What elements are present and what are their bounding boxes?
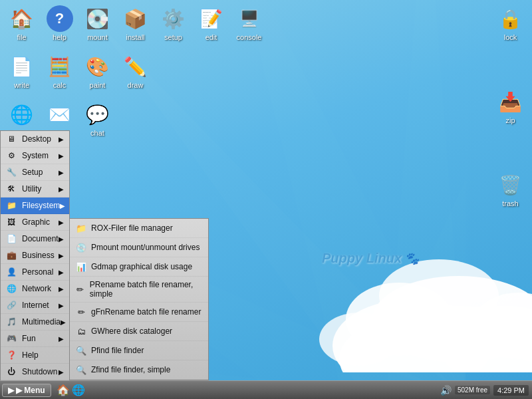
icon-zip[interactable]: 📥 zip [492, 86, 529, 126]
document-arrow-icon: ▶ [59, 235, 64, 243]
taskbar-file-icon[interactable]: 🏠 [57, 384, 70, 396]
menu-item-document[interactable]: 📄 Document ▶ [1, 231, 69, 247]
icon-setup[interactable]: ⚙️ setup [155, 3, 192, 43]
menu-item-internet[interactable]: 🔗 Internet ▶ [1, 297, 69, 314]
application-menu: 🖥 Desktop ▶ ⚙ System ▶ 🔧 Setup ▶ 🛠 Utili… [0, 130, 70, 380]
menu-item-shutdown[interactable]: ⏻ Shutdown ▶ [1, 364, 69, 380]
chat-label: chat [90, 129, 104, 137]
submenu-pmount[interactable]: 💿 Pmount mount/unmount drives [70, 238, 208, 257]
browse-icon: 🌐 [9, 101, 35, 128]
filesystem-submenu: 📁 ROX-Filer file manager 💿 Pmount mount/… [69, 218, 209, 380]
icon-mount[interactable]: 💽 mount [79, 3, 116, 43]
taskbar: ▶ ▶ Menu 🏠 🌐 🔊 502M free 4:29 PM [0, 380, 532, 399]
network-menu-icon: 🌐 [6, 283, 17, 294]
personal-arrow-icon: ▶ [59, 269, 64, 276]
submenu-gfnrename[interactable]: ✏ gFnRename batch file renamer [70, 303, 208, 322]
svg-point-7 [319, 313, 399, 366]
icon-draw[interactable]: ✏️ draw [117, 51, 154, 91]
draw-icon: ✏️ [122, 53, 149, 80]
icon-file[interactable]: 🏠 file [3, 3, 40, 43]
multimedia-arrow-icon: ▶ [61, 319, 66, 326]
internet-menu-label: Internet [22, 301, 49, 310]
pfind-label: Pfind file finder [91, 346, 144, 355]
business-menu-label: Business [22, 251, 55, 260]
shutdown-menu-label: Shutdown [22, 367, 57, 376]
volume-icon[interactable]: 🔊 [440, 385, 452, 396]
icon-trash[interactable]: 🗑️ trash [492, 170, 529, 209]
menu-item-personal[interactable]: 👤 Personal ▶ [1, 264, 69, 281]
system-menu-icon: ⚙ [6, 150, 17, 161]
gdmap-icon: 📊 [75, 261, 87, 273]
submenu-gdmap[interactable]: 📊 Gdmap graphical disk usage [70, 257, 208, 277]
document-menu-label: Document [22, 234, 59, 243]
trash-label: trash [502, 200, 518, 207]
help-icon: ? [47, 5, 73, 32]
desktop-menu-label: Desktop [22, 134, 51, 144]
icon-edit[interactable]: 📝 edit [193, 3, 229, 43]
fun-menu-icon: 🎮 [6, 333, 17, 344]
pfind-icon: 🔍 [75, 344, 87, 356]
menu-item-fun[interactable]: 🎮 Fun ▶ [1, 331, 69, 347]
menu-item-help[interactable]: ❓ Help [1, 347, 69, 364]
install-label: install [126, 33, 144, 41]
trash-icon: 🗑️ [497, 172, 524, 198]
fun-menu-label: Fun [22, 334, 36, 343]
menu-item-business[interactable]: 💼 Business ▶ [1, 247, 69, 264]
start-menu-button[interactable]: ▶ ▶ Menu [2, 384, 51, 397]
menu-item-desktop[interactable]: 🖥 Desktop ▶ [1, 131, 69, 148]
pmount-icon: 💿 [75, 241, 87, 253]
help-label: help [53, 33, 66, 41]
icon-lock[interactable]: 🔒 lock [492, 3, 529, 43]
personal-menu-label: Personal [22, 267, 53, 277]
menu-item-multimedia[interactable]: 🎵 Multimedia ▶ [1, 314, 69, 331]
desktop-menu-icon: 🖥 [6, 134, 17, 144]
memory-indicator: 502M free [455, 386, 490, 394]
system-arrow-icon: ▶ [59, 152, 64, 160]
icon-chat[interactable]: 💬 chat [79, 99, 116, 139]
email-icon: ✉️ [47, 101, 73, 128]
icon-paint[interactable]: 🎨 paint [79, 51, 116, 91]
edit-icon: 📝 [198, 5, 225, 32]
filesystem-menu-label: Filesystem [22, 201, 60, 210]
utility-menu-icon: 🛠 [6, 184, 17, 194]
icon-calc[interactable]: 🧮 calc [41, 51, 78, 91]
mount-label: mount [87, 33, 108, 41]
icon-console[interactable]: 🖥️ console [231, 3, 267, 43]
icon-write[interactable]: 📄 write [3, 51, 40, 91]
menu-item-network[interactable]: 🌐 Network ▶ [1, 281, 69, 297]
submenu-prename[interactable]: ✏ PRename batch file renamer, simple [70, 277, 208, 303]
utility-arrow-icon: ▶ [59, 186, 64, 193]
taskbar-browse-icon[interactable]: 🌐 [72, 384, 85, 396]
menu-item-graphic[interactable]: 🖼 Graphic ▶ [1, 214, 69, 231]
pmount-label: Pmount mount/unmount drives [91, 243, 200, 252]
gdmap-label: Gdmap graphical disk usage [91, 262, 192, 271]
system-menu-label: System [22, 151, 49, 160]
submenu-rox-filer[interactable]: 📁 ROX-Filer file manager [70, 219, 208, 238]
icon-install[interactable]: 📦 install [117, 3, 154, 43]
prename-label: PRename batch file renamer, simple [90, 280, 203, 299]
setup-label: setup [164, 33, 182, 41]
prename-icon: ✏ [75, 283, 86, 295]
write-label: write [14, 81, 29, 89]
menu-item-system[interactable]: ⚙ System ▶ [1, 148, 69, 164]
setup-arrow-icon: ▶ [59, 169, 64, 176]
second-icon-row: 📄 write 🧮 calc 🎨 paint ✏️ draw [0, 48, 157, 94]
submenu-zfind[interactable]: 🔍 Zfind file finder, simple [70, 360, 208, 380]
submenu-pfind[interactable]: 🔍 Pfind file finder [70, 341, 208, 360]
multimedia-menu-label: Multimedia [22, 317, 61, 327]
menu-item-filesystem[interactable]: 📁 Filesystem ▶ [1, 198, 69, 214]
submenu-gwhere[interactable]: 🗂 GWhere disk cataloger [70, 322, 208, 341]
icon-help[interactable]: ? help [41, 3, 78, 43]
menu-item-utility[interactable]: 🛠 Utility ▶ [1, 181, 69, 198]
chat-icon: 💬 [84, 101, 111, 128]
gwhere-icon: 🗂 [75, 325, 87, 337]
shutdown-menu-icon: ⏻ [6, 366, 17, 377]
mount-icon: 💽 [84, 5, 111, 32]
graphic-arrow-icon: ▶ [59, 219, 64, 226]
zfind-label: Zfind file finder, simple [91, 365, 170, 374]
menu-item-setup[interactable]: 🔧 Setup ▶ [1, 164, 69, 181]
graphic-menu-icon: 🖼 [6, 217, 17, 227]
calc-icon: 🧮 [47, 53, 73, 80]
zip-icon: 📥 [497, 88, 524, 115]
desktop-arrow-icon: ▶ [59, 136, 64, 143]
